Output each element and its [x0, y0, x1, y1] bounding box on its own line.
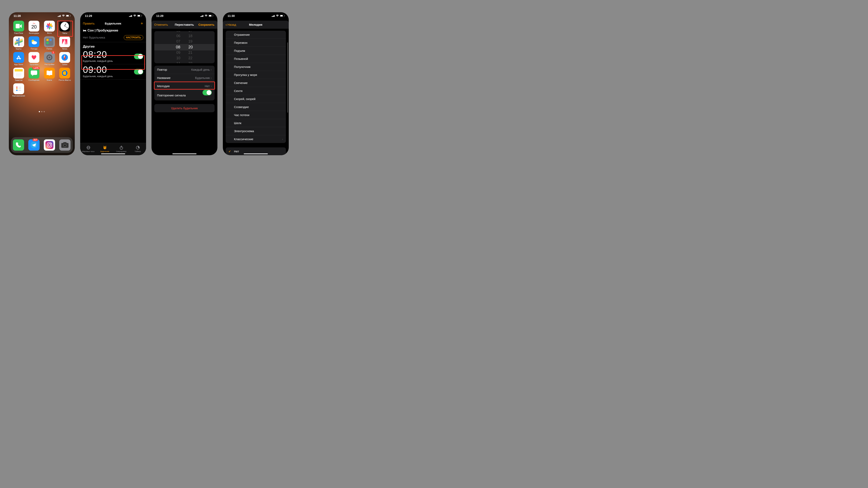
phone-edit-alarm: 11:29 Отменить Переставить Сохранить 050… — [152, 12, 217, 155]
app-compass[interactable]: Safari — [58, 52, 72, 66]
sound-row[interactable]: Час потехи — [226, 111, 286, 119]
sound-row[interactable]: Позывной — [226, 55, 286, 63]
sound-row[interactable]: Отражение — [226, 31, 286, 39]
picker-hour[interactable]: 06 — [176, 34, 180, 38]
sound-row[interactable]: Сентя — [226, 87, 286, 95]
app-notes[interactable]: Заметки — [12, 68, 26, 82]
tab-world[interactable]: Мировые часы — [80, 143, 97, 155]
svg-rect-7 — [16, 24, 20, 28]
sound-row[interactable]: Шелк — [226, 119, 286, 127]
app-label: Напоминания — [12, 95, 25, 97]
dock-app-telegram[interactable]: 217 — [28, 139, 39, 151]
alarm-toggle[interactable] — [134, 54, 143, 59]
save-button[interactable]: Сохранить — [198, 23, 214, 26]
sound-row[interactable]: Перезвон — [226, 39, 286, 47]
cancel-button[interactable]: Отменить — [154, 23, 168, 26]
sound-row[interactable]: Прогулка у моря — [226, 71, 286, 79]
picker-hour[interactable]: 05 — [176, 31, 180, 33]
picker-hour[interactable]: 11 — [176, 61, 180, 63]
app-weather[interactable]: Погода — [27, 36, 41, 50]
app-label: Погода — [31, 48, 37, 50]
alarm-sub: Будильник, каждый день — [83, 60, 143, 62]
scroll-indicator[interactable] — [287, 42, 288, 113]
picker-minute[interactable]: 19 — [188, 39, 192, 43]
home-indicator[interactable] — [244, 154, 268, 154]
svg-rect-53 — [129, 16, 130, 17]
svg-point-48 — [51, 143, 51, 144]
picker-hour[interactable]: 08 — [176, 45, 180, 50]
badge: 1 — [52, 51, 55, 54]
svg-rect-0 — [58, 16, 58, 17]
dock-app-phone[interactable] — [13, 139, 24, 151]
home-indicator[interactable] — [101, 154, 125, 154]
sound-group: ОтражениеПерезвонПодъемПозывнойПолуночни… — [226, 31, 286, 143]
status-time: 11:29 — [156, 14, 163, 18]
time-picker[interactable]: 05060708091011 17181920212223 — [154, 31, 215, 63]
app-chat[interactable]: 1,075Сообщения — [27, 68, 41, 82]
app-news[interactable]: News — [58, 36, 72, 50]
svg-point-38 — [16, 87, 18, 88]
reminders-icon — [13, 83, 24, 94]
alarm-row[interactable]: 08:20 Будильник, каждый день — [80, 49, 146, 64]
app-mail[interactable]: Почта Mail.ru — [58, 68, 72, 82]
nav-title: Будильник — [105, 22, 121, 25]
setting-label: Название — [157, 76, 170, 79]
setting-value: Нет› — [205, 84, 212, 88]
setting-row-2[interactable]: Мелодия Нет› — [154, 82, 215, 90]
picker-minute[interactable]: 22 — [188, 56, 192, 60]
picker-hour[interactable]: 10 — [176, 56, 180, 60]
sound-row[interactable]: Созвездие — [226, 103, 286, 111]
wifi-icon — [276, 15, 279, 17]
app-flower[interactable]: Фото — [42, 21, 57, 34]
app-book[interactable]: Книги — [42, 68, 57, 82]
app-video[interactable]: FaceTime — [12, 21, 26, 34]
delete-alarm-button[interactable]: Удалить будильник — [154, 104, 215, 112]
dock-app-instagram[interactable] — [44, 139, 55, 151]
picker-minute[interactable]: 20 — [188, 45, 193, 50]
setting-row-3[interactable]: Повторение сигнала — [154, 90, 215, 100]
picker-hour[interactable]: 07 — [176, 39, 180, 43]
dock-app-camera[interactable] — [59, 139, 70, 151]
alarm-row[interactable]: 09:00 Будильник, каждый день — [80, 64, 146, 79]
setting-row-1[interactable]: Название Будильник› — [154, 74, 215, 82]
alarm-toggle[interactable] — [134, 69, 143, 74]
sound-row[interactable]: Свечение — [226, 79, 286, 87]
sound-row[interactable]: Электросхема — [226, 127, 286, 135]
app-calendar[interactable]: Пн20Календарь — [27, 21, 41, 34]
picker-minute[interactable]: 18 — [188, 34, 192, 38]
page-indicator[interactable] — [9, 111, 75, 112]
picker-minute[interactable]: 17 — [188, 31, 192, 33]
sound-row[interactable]: Скорей, скорей — [226, 95, 286, 103]
app-label: Настройки — [44, 63, 54, 66]
tab-timer[interactable]: Таймер — [130, 143, 146, 155]
status-time: 11:30 — [228, 14, 235, 18]
app-gear[interactable]: 1Настройки — [42, 52, 57, 66]
nav-bar: Отменить Переставить Сохранить — [152, 21, 217, 29]
sound-row[interactable]: Подъем — [226, 47, 286, 55]
picker-minute[interactable]: 23 — [188, 61, 192, 63]
sound-row[interactable]: Полуночник — [226, 63, 286, 71]
add-alarm-button[interactable]: + — [141, 21, 143, 26]
nav-title: Мелодия — [249, 23, 262, 26]
app-reminders[interactable]: Напоминания — [12, 83, 26, 97]
edit-button[interactable]: Править — [83, 22, 95, 25]
app-label: App Store — [14, 63, 23, 66]
setting-row-0[interactable]: Повтор Каждый день› — [154, 66, 215, 74]
setting-value: Каждый день› — [191, 68, 212, 71]
app-folder[interactable]: Папка — [42, 36, 57, 50]
snooze-toggle[interactable] — [203, 90, 212, 95]
home-indicator[interactable] — [173, 154, 196, 154]
app-clock[interactable]: Часы — [58, 21, 72, 34]
configure-button[interactable]: НАСТРОИТЬ — [124, 35, 143, 40]
status-bar: 11:29 — [152, 12, 217, 20]
sleep-section-header: 🛏 Сон | Пробуждение — [80, 28, 146, 33]
back-button[interactable]: ‹ Назад — [226, 22, 236, 27]
app-health[interactable]: Здоровье — [27, 52, 41, 66]
sound-row[interactable]: Классические› — [226, 135, 286, 143]
app-map[interactable]: Карты — [12, 36, 26, 50]
app-label: Заметки — [15, 79, 23, 82]
app-appstore[interactable]: App Store — [12, 52, 26, 66]
battery-icon — [280, 15, 285, 17]
picker-hour[interactable]: 09 — [176, 51, 180, 55]
picker-minute[interactable]: 21 — [188, 51, 192, 55]
